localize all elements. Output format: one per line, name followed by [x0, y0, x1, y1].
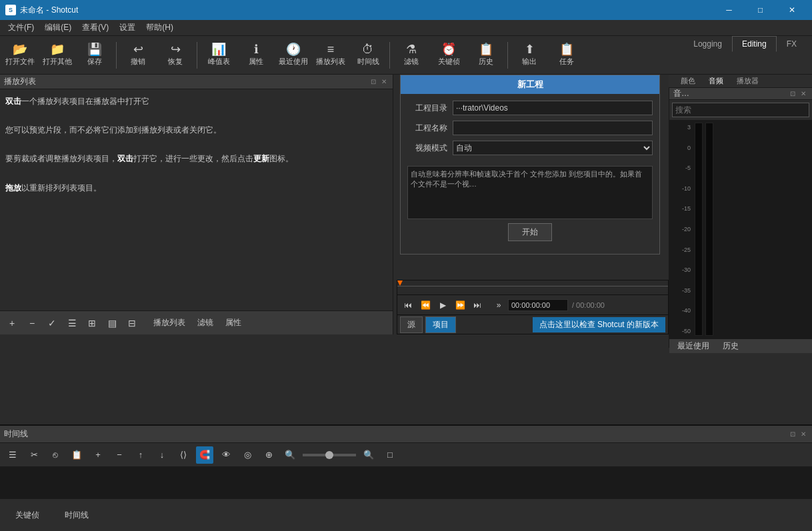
player-more-button[interactable]: »: [491, 297, 507, 313]
menu-edit[interactable]: 编辑(E): [39, 21, 77, 35]
open-file-button[interactable]: 📂 打开文件: [3, 39, 37, 72]
open-other-label: 打开其他: [43, 57, 72, 67]
sub-tab-audio[interactable]: 音频: [702, 75, 730, 87]
playhead-indicator: [397, 280, 403, 286]
player-next-frame-button[interactable]: ⏩: [452, 297, 468, 313]
timeline-area: 时间线 ⊡ ✕ ☰ ✂ ⎋ 📋 + − ↑ ↓ ⟨⟩ 🧲 👁 ◎ ⊕ 🔍 🔍 □: [0, 424, 812, 498]
open-other-button[interactable]: 📁 打开其他: [40, 39, 75, 72]
menu-file[interactable]: 文件(F): [3, 21, 39, 35]
sub-tab-player[interactable]: 播放器: [730, 75, 765, 87]
tl-zoom-out-button[interactable]: 🔍: [281, 446, 299, 464]
panel-float-icon[interactable]: ⊡: [369, 77, 378, 87]
tl-copy-button[interactable]: ⎋: [47, 446, 64, 464]
export-button[interactable]: ⬆ 输出: [512, 39, 547, 72]
timeline-title: 时间线: [4, 428, 28, 440]
tab-logging[interactable]: Logging: [683, 36, 732, 52]
playlist-remove-button[interactable]: −: [23, 314, 41, 332]
panel-close-icon[interactable]: ✕: [379, 77, 389, 87]
tab-fx[interactable]: FX: [777, 36, 807, 52]
redo-button[interactable]: ↪ 恢复: [158, 39, 193, 72]
tab-editing[interactable]: Editing: [732, 36, 777, 52]
playlist-grid-view-button[interactable]: ⊞: [83, 314, 101, 332]
recent-button[interactable]: 🕐 最近使用: [276, 39, 311, 72]
tl-ripple-all-button[interactable]: ⊕: [260, 446, 277, 464]
close-button[interactable]: ✕: [777, 0, 807, 20]
save-button[interactable]: 💾 保存: [77, 39, 112, 72]
project-start-button[interactable]: 开始: [508, 223, 552, 241]
tl-trim-button[interactable]: ⟨⟩: [175, 446, 192, 464]
menu-settings[interactable]: 设置: [114, 21, 141, 35]
peak-button[interactable]: 📊 峰值表: [201, 39, 236, 72]
tl-down-button[interactable]: ↓: [153, 446, 171, 464]
project-description: 自动意味着分辨率和帧速取决于首个 文件您添加 到您项目中的。如果首个文件不是一个…: [407, 166, 653, 219]
properties-button[interactable]: ℹ 属性: [239, 39, 273, 72]
timeline-float-icon[interactable]: ⊡: [788, 430, 797, 439]
keyframe-button[interactable]: ⏰ 关键侦: [431, 39, 466, 72]
sub-tab-color[interactable]: 颜色: [674, 75, 702, 87]
tl-add-button[interactable]: +: [89, 446, 107, 464]
tl-ripple-button[interactable]: ◎: [239, 446, 256, 464]
timeline-close-icon[interactable]: ✕: [799, 430, 808, 439]
menu-view[interactable]: 查看(V): [77, 21, 114, 35]
undo-button[interactable]: ↩ 撤销: [121, 39, 155, 72]
player-scrubber[interactable]: [397, 280, 668, 295]
rpb-tab-recent[interactable]: 最近使用: [672, 339, 715, 353]
playlist-button[interactable]: ≡ 播放列表: [313, 39, 348, 72]
scale-35: -35: [673, 287, 691, 294]
tl-paste-button[interactable]: 📋: [68, 446, 85, 464]
player-button-bar: ⏮ ⏪ ▶ ⏩ ⏭ » 00:00:00:00 / 00:00:00: [397, 295, 668, 315]
tl-cut-button[interactable]: ✂: [25, 446, 43, 464]
update-check-button[interactable]: 点击这里以检查 Shotcut 的新版本: [533, 317, 665, 332]
history-button[interactable]: 📋 历史: [469, 39, 503, 72]
tab-playlist[interactable]: 播放列表: [148, 314, 191, 331]
search-input[interactable]: [672, 103, 809, 117]
titlebar-controls[interactable]: ─ □ ✕: [714, 0, 807, 20]
toolbar-separator-3: [389, 42, 390, 69]
export-icon: ⬆: [525, 43, 535, 55]
scale-3: 3: [673, 124, 691, 131]
tab-filter[interactable]: 滤镜: [192, 314, 219, 331]
audio-panel-bottom-tabs: 最近使用 历史: [669, 338, 812, 353]
tab-keyframe[interactable]: 关键侦: [5, 505, 49, 526]
tab-project[interactable]: 项目: [425, 316, 456, 333]
maximize-button[interactable]: □: [745, 0, 775, 20]
player-prev-frame-button[interactable]: ⏪: [417, 297, 433, 313]
scale-20: -20: [673, 226, 691, 233]
tl-fit-button[interactable]: □: [381, 446, 399, 464]
tab-timeline[interactable]: 时间线: [55, 505, 99, 526]
tab-properties[interactable]: 属性: [220, 314, 247, 331]
menu-help[interactable]: 帮助(H): [141, 21, 179, 35]
playlist-detail-view-button[interactable]: ▤: [103, 314, 121, 332]
player-goto-start-button[interactable]: ⏮: [400, 297, 416, 313]
zoom-slider[interactable]: [303, 454, 356, 456]
playlist-list-view-button[interactable]: ☰: [63, 314, 81, 332]
titlebar-left: S 未命名 - Shotcut: [5, 5, 78, 16]
player-play-button[interactable]: ▶: [435, 297, 451, 313]
name-input[interactable]: [453, 121, 653, 135]
playlist-add-button[interactable]: +: [3, 314, 21, 332]
filter-button[interactable]: ⚗ 滤镜: [394, 39, 429, 72]
audio-panel-float-icon[interactable]: ⊡: [788, 89, 797, 99]
tl-scrub-button[interactable]: 👁: [217, 446, 235, 464]
playlist-text-line4: 拖放以重新排列列表项目。: [5, 181, 387, 196]
open-other-icon: 📁: [50, 43, 65, 55]
recent-icon: 🕐: [286, 43, 301, 55]
playlist-icon-view-button[interactable]: ⊟: [123, 314, 141, 332]
playlist-confirm-button[interactable]: ✓: [43, 314, 61, 332]
tab-source[interactable]: 源: [400, 316, 423, 333]
meter-bar-left: [695, 123, 703, 336]
tl-snap-button[interactable]: 🧲: [196, 446, 213, 464]
tl-zoom-in-button[interactable]: 🔍: [360, 446, 377, 464]
jobs-button[interactable]: 📋 任务: [549, 39, 584, 72]
minimize-button[interactable]: ─: [714, 0, 744, 20]
mode-select[interactable]: 自动: [453, 141, 653, 155]
timeline-button[interactable]: ⏱ 时间线: [351, 39, 385, 72]
directory-input[interactable]: [453, 101, 653, 115]
rpb-tab-history[interactable]: 历史: [717, 339, 744, 353]
peak-label: 峰值表: [208, 57, 230, 67]
tl-menu-button[interactable]: ☰: [4, 446, 21, 464]
audio-panel-close-icon[interactable]: ✕: [799, 89, 808, 99]
tl-up-button[interactable]: ↑: [132, 446, 149, 464]
player-goto-end-button[interactable]: ⏭: [469, 297, 485, 313]
tl-remove-button[interactable]: −: [111, 446, 128, 464]
